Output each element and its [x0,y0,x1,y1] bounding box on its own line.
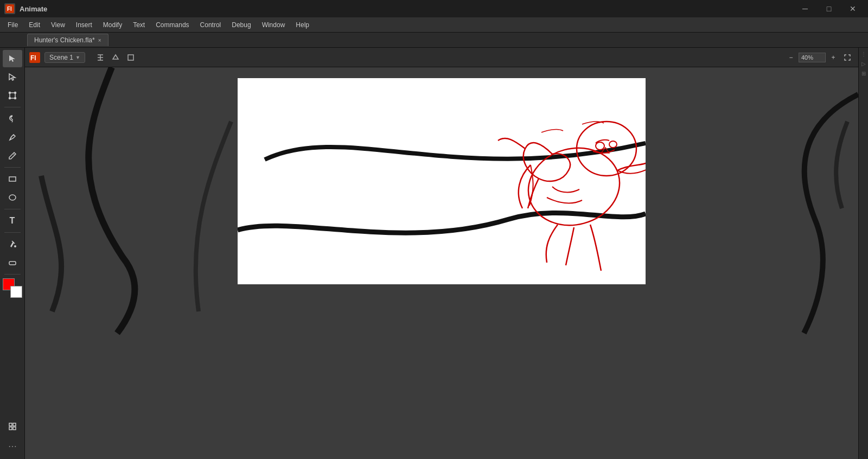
menu-debug[interactable]: Debug [226,19,256,31]
app-title-label: Animate [20,5,47,13]
svg-marker-3 [9,74,15,80]
toolbar-separator-3 [4,209,21,209]
toolbar-separator-2 [4,167,21,168]
svg-rect-18 [13,427,16,430]
tab-bar: Hunter's Chicken.fla* × [0,33,868,48]
paint-bucket-button[interactable] [3,235,22,253]
snap-button[interactable] [109,51,122,64]
top-toolbar: Fl Scene 1 ▼ − + [25,48,858,67]
svg-line-10 [13,154,15,155]
bg-artwork-left [25,67,242,459]
svg-rect-11 [9,177,16,181]
animation-drawing [238,78,646,284]
right-panel-icons: ⋮ ▷ ⊞ [858,48,868,459]
pencil-tool-button[interactable] [3,147,22,164]
svg-point-30 [609,141,617,148]
close-button[interactable]: ✕ [842,0,864,17]
menu-file[interactable]: File [2,19,23,31]
animate-logo-icon: Fl [29,52,40,63]
main-layout: T ⋯ Fl [0,48,868,459]
zoom-input[interactable] [799,53,826,62]
menu-window[interactable]: Window [257,19,291,31]
svg-rect-14 [9,262,16,265]
svg-point-5 [9,92,10,94]
eraser-tool-button[interactable] [3,254,22,271]
properties-button[interactable] [3,418,22,435]
svg-point-7 [9,98,10,99]
fit-page-button[interactable] [841,51,854,64]
maximize-button[interactable]: □ [818,0,840,17]
svg-point-12 [9,195,16,200]
app-icon: Fl [4,3,15,14]
menu-view[interactable]: View [46,19,71,31]
zoom-area: − + [786,51,854,64]
align-button[interactable] [94,51,107,64]
scene-dropdown-icon: ▼ [75,55,80,60]
zoom-in-button[interactable]: + [828,52,839,63]
toolbar-separator-4 [4,232,21,233]
tab-label: Hunter's Chicken.fla* [34,36,95,44]
scene-selector[interactable]: Scene 1 ▼ [44,52,85,63]
toolbar-separator-1 [4,107,21,107]
menu-text[interactable]: Text [127,19,150,31]
menu-modify[interactable]: Modify [98,19,127,31]
menu-bar: File Edit View Insert Modify Text Comman… [0,17,868,33]
subselect-tool-button[interactable] [3,68,22,86]
window-controls: ─ □ ✕ [794,0,864,17]
svg-rect-16 [13,423,16,426]
stage-viewport [25,67,858,459]
svg-marker-2 [9,55,15,62]
svg-rect-17 [9,427,12,430]
svg-point-27 [520,138,628,235]
svg-rect-15 [9,423,12,426]
svg-text:Fl: Fl [30,54,36,62]
menu-edit[interactable]: Edit [23,19,46,31]
scene-label: Scene 1 [49,54,73,61]
svg-marker-25 [113,55,118,59]
right-panel-icon-2[interactable]: ⊞ [860,69,867,77]
svg-text:Fl: Fl [7,6,12,12]
text-tool-button[interactable]: T [3,212,22,229]
svg-point-29 [596,142,604,150]
svg-point-8 [14,98,16,99]
rect-tool-button[interactable] [3,170,22,188]
menu-help[interactable]: Help [290,19,315,31]
menu-control[interactable]: Control [195,19,227,31]
ellipse-tool-button[interactable] [3,189,22,206]
more-tools-button[interactable]: ⋯ [3,437,22,455]
right-panel-icon-1[interactable]: ▷ [860,60,867,67]
free-transform-button[interactable] [3,87,22,104]
fill-color-swatch[interactable] [10,286,22,298]
lasso-tool-button[interactable] [3,110,22,127]
right-panel-expand[interactable]: ⋮ [860,50,867,58]
left-toolbar: T ⋯ [0,48,25,459]
pen-tool-button[interactable] [3,129,22,146]
tab-close-button[interactable]: × [98,37,101,43]
crop-button[interactable] [124,51,137,64]
svg-point-6 [14,92,16,94]
minimize-button[interactable]: ─ [794,0,816,17]
document-tab[interactable]: Hunter's Chicken.fla* × [27,34,108,46]
title-bar: Fl Animate ─ □ ✕ [0,0,868,17]
select-tool-button[interactable] [3,50,22,67]
color-swatches [3,278,22,298]
toolbar-separator-5 [4,274,21,275]
canvas-area: Fl Scene 1 ▼ − + [25,48,858,459]
menu-commands[interactable]: Commands [150,19,194,31]
svg-rect-26 [128,55,133,60]
stage-canvas [238,78,646,284]
zoom-out-button[interactable]: − [786,52,796,63]
menu-insert[interactable]: Insert [71,19,98,31]
svg-point-13 [14,245,16,247]
